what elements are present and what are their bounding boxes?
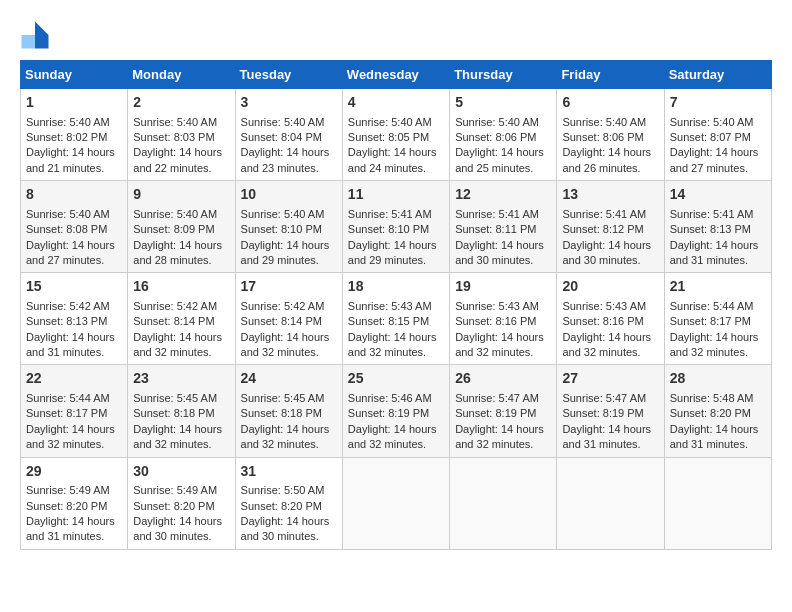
sunrise-text: Sunrise: 5:41 AM bbox=[562, 208, 646, 220]
daylight-text: Daylight: 14 hours and 31 minutes. bbox=[26, 331, 115, 358]
table-row: 14Sunrise: 5:41 AMSunset: 8:13 PMDayligh… bbox=[664, 181, 771, 273]
table-row: 11Sunrise: 5:41 AMSunset: 8:10 PMDayligh… bbox=[342, 181, 449, 273]
sunset-text: Sunset: 8:07 PM bbox=[670, 131, 751, 143]
sunset-text: Sunset: 8:14 PM bbox=[133, 315, 214, 327]
day-number: 1 bbox=[26, 93, 122, 113]
sunrise-text: Sunrise: 5:45 AM bbox=[241, 392, 325, 404]
daylight-text: Daylight: 14 hours and 29 minutes. bbox=[241, 239, 330, 266]
table-row: 10Sunrise: 5:40 AMSunset: 8:10 PMDayligh… bbox=[235, 181, 342, 273]
table-row: 30Sunrise: 5:49 AMSunset: 8:20 PMDayligh… bbox=[128, 457, 235, 549]
day-number: 30 bbox=[133, 462, 229, 482]
sunrise-text: Sunrise: 5:40 AM bbox=[348, 116, 432, 128]
day-number: 10 bbox=[241, 185, 337, 205]
table-row: 19Sunrise: 5:43 AMSunset: 8:16 PMDayligh… bbox=[450, 273, 557, 365]
sunset-text: Sunset: 8:13 PM bbox=[26, 315, 107, 327]
svg-marker-0 bbox=[35, 22, 49, 36]
daylight-text: Daylight: 14 hours and 30 minutes. bbox=[241, 515, 330, 542]
day-number: 29 bbox=[26, 462, 122, 482]
col-tuesday: Tuesday bbox=[235, 61, 342, 89]
table-row: 20Sunrise: 5:43 AMSunset: 8:16 PMDayligh… bbox=[557, 273, 664, 365]
sunset-text: Sunset: 8:19 PM bbox=[348, 407, 429, 419]
day-number: 22 bbox=[26, 369, 122, 389]
sunset-text: Sunset: 8:03 PM bbox=[133, 131, 214, 143]
sunrise-text: Sunrise: 5:40 AM bbox=[26, 208, 110, 220]
daylight-text: Daylight: 14 hours and 32 minutes. bbox=[348, 331, 437, 358]
sunrise-text: Sunrise: 5:44 AM bbox=[26, 392, 110, 404]
day-number: 13 bbox=[562, 185, 658, 205]
table-row: 21Sunrise: 5:44 AMSunset: 8:17 PMDayligh… bbox=[664, 273, 771, 365]
daylight-text: Daylight: 14 hours and 31 minutes. bbox=[26, 515, 115, 542]
sunset-text: Sunset: 8:02 PM bbox=[26, 131, 107, 143]
table-row: 12Sunrise: 5:41 AMSunset: 8:11 PMDayligh… bbox=[450, 181, 557, 273]
day-number: 15 bbox=[26, 277, 122, 297]
sunrise-text: Sunrise: 5:42 AM bbox=[133, 300, 217, 312]
page-header bbox=[20, 20, 772, 50]
day-number: 11 bbox=[348, 185, 444, 205]
daylight-text: Daylight: 14 hours and 26 minutes. bbox=[562, 146, 651, 173]
table-row: 24Sunrise: 5:45 AMSunset: 8:18 PMDayligh… bbox=[235, 365, 342, 457]
sunset-text: Sunset: 8:19 PM bbox=[562, 407, 643, 419]
table-row: 18Sunrise: 5:43 AMSunset: 8:15 PMDayligh… bbox=[342, 273, 449, 365]
sunrise-text: Sunrise: 5:49 AM bbox=[133, 484, 217, 496]
daylight-text: Daylight: 14 hours and 31 minutes. bbox=[562, 423, 651, 450]
sunset-text: Sunset: 8:14 PM bbox=[241, 315, 322, 327]
sunrise-text: Sunrise: 5:49 AM bbox=[26, 484, 110, 496]
daylight-text: Daylight: 14 hours and 25 minutes. bbox=[455, 146, 544, 173]
sunrise-text: Sunrise: 5:40 AM bbox=[241, 208, 325, 220]
col-thursday: Thursday bbox=[450, 61, 557, 89]
sunrise-text: Sunrise: 5:40 AM bbox=[562, 116, 646, 128]
sunrise-text: Sunrise: 5:43 AM bbox=[562, 300, 646, 312]
day-number: 3 bbox=[241, 93, 337, 113]
day-number: 21 bbox=[670, 277, 766, 297]
table-row: 31Sunrise: 5:50 AMSunset: 8:20 PMDayligh… bbox=[235, 457, 342, 549]
col-monday: Monday bbox=[128, 61, 235, 89]
daylight-text: Daylight: 14 hours and 30 minutes. bbox=[455, 239, 544, 266]
sunrise-text: Sunrise: 5:40 AM bbox=[133, 208, 217, 220]
col-sunday: Sunday bbox=[21, 61, 128, 89]
sunset-text: Sunset: 8:04 PM bbox=[241, 131, 322, 143]
daylight-text: Daylight: 14 hours and 22 minutes. bbox=[133, 146, 222, 173]
table-row: 23Sunrise: 5:45 AMSunset: 8:18 PMDayligh… bbox=[128, 365, 235, 457]
day-number: 6 bbox=[562, 93, 658, 113]
sunset-text: Sunset: 8:16 PM bbox=[455, 315, 536, 327]
day-number: 28 bbox=[670, 369, 766, 389]
day-number: 26 bbox=[455, 369, 551, 389]
sunrise-text: Sunrise: 5:42 AM bbox=[26, 300, 110, 312]
daylight-text: Daylight: 14 hours and 32 minutes. bbox=[455, 331, 544, 358]
sunrise-text: Sunrise: 5:43 AM bbox=[348, 300, 432, 312]
logo bbox=[20, 20, 54, 50]
sunset-text: Sunset: 8:13 PM bbox=[670, 223, 751, 235]
daylight-text: Daylight: 14 hours and 31 minutes. bbox=[670, 423, 759, 450]
daylight-text: Daylight: 14 hours and 32 minutes. bbox=[455, 423, 544, 450]
sunrise-text: Sunrise: 5:42 AM bbox=[241, 300, 325, 312]
table-row bbox=[664, 457, 771, 549]
table-row: 5Sunrise: 5:40 AMSunset: 8:06 PMDaylight… bbox=[450, 89, 557, 181]
table-row: 16Sunrise: 5:42 AMSunset: 8:14 PMDayligh… bbox=[128, 273, 235, 365]
sunrise-text: Sunrise: 5:50 AM bbox=[241, 484, 325, 496]
sunrise-text: Sunrise: 5:47 AM bbox=[562, 392, 646, 404]
sunset-text: Sunset: 8:19 PM bbox=[455, 407, 536, 419]
day-number: 23 bbox=[133, 369, 229, 389]
col-wednesday: Wednesday bbox=[342, 61, 449, 89]
table-row: 2Sunrise: 5:40 AMSunset: 8:03 PMDaylight… bbox=[128, 89, 235, 181]
day-number: 27 bbox=[562, 369, 658, 389]
table-row: 25Sunrise: 5:46 AMSunset: 8:19 PMDayligh… bbox=[342, 365, 449, 457]
table-row bbox=[342, 457, 449, 549]
sunrise-text: Sunrise: 5:41 AM bbox=[348, 208, 432, 220]
sunrise-text: Sunrise: 5:47 AM bbox=[455, 392, 539, 404]
table-row: 17Sunrise: 5:42 AMSunset: 8:14 PMDayligh… bbox=[235, 273, 342, 365]
sunrise-text: Sunrise: 5:46 AM bbox=[348, 392, 432, 404]
table-row: 4Sunrise: 5:40 AMSunset: 8:05 PMDaylight… bbox=[342, 89, 449, 181]
sunset-text: Sunset: 8:20 PM bbox=[670, 407, 751, 419]
sunrise-text: Sunrise: 5:44 AM bbox=[670, 300, 754, 312]
sunset-text: Sunset: 8:05 PM bbox=[348, 131, 429, 143]
svg-marker-1 bbox=[35, 35, 49, 49]
daylight-text: Daylight: 14 hours and 32 minutes. bbox=[670, 331, 759, 358]
sunrise-text: Sunrise: 5:43 AM bbox=[455, 300, 539, 312]
daylight-text: Daylight: 14 hours and 32 minutes. bbox=[26, 423, 115, 450]
daylight-text: Daylight: 14 hours and 23 minutes. bbox=[241, 146, 330, 173]
sunset-text: Sunset: 8:20 PM bbox=[133, 500, 214, 512]
daylight-text: Daylight: 14 hours and 32 minutes. bbox=[133, 331, 222, 358]
sunset-text: Sunset: 8:16 PM bbox=[562, 315, 643, 327]
col-saturday: Saturday bbox=[664, 61, 771, 89]
